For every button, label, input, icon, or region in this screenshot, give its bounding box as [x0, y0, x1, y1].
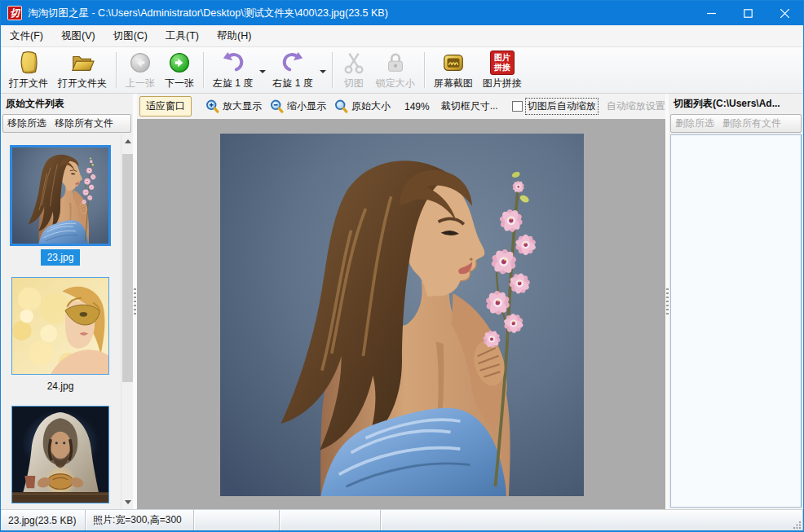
open-folder-button[interactable]: 打开文件夹 [53, 49, 112, 91]
cut-image-button[interactable]: 切图 [337, 49, 371, 91]
open-file-label: 打开文件 [9, 77, 48, 90]
prev-arrow-icon [129, 50, 152, 75]
scroll-down-icon[interactable] [121, 495, 133, 509]
status-photo-info: 照片:宽=300,高=300 [86, 510, 194, 530]
zoom-out-label: 缩小显示 [287, 99, 326, 113]
thumbnail-label: 23.jpg [41, 249, 81, 266]
rotate-right-button[interactable]: 右旋 1 度 [267, 49, 317, 91]
rotate-right-dropdown-icon[interactable] [320, 70, 326, 73]
thumbnail-list: 23.jpg 24.jpg [1, 134, 133, 509]
scroll-up-icon[interactable] [121, 134, 133, 148]
lock-size-button[interactable]: 锁定大小 [371, 49, 420, 91]
window-title: 淘淘切图之星 - C:\Users\Administrator\Desktop\… [28, 7, 693, 20]
minimize-button[interactable] [693, 1, 730, 25]
thumbnail-24jpg[interactable] [11, 277, 109, 375]
next-image-label: 下一张 [165, 77, 194, 90]
source-files-title: 原始文件列表 [1, 94, 133, 114]
list-item[interactable]: 24.jpg [11, 277, 109, 394]
screenshot-button[interactable]: 屏幕截图 [429, 49, 478, 91]
status-cell [194, 510, 280, 530]
zoom-out-button[interactable]: 缩小显示 [267, 99, 329, 113]
next-image-button[interactable]: 下一张 [160, 49, 199, 91]
close-icon [780, 9, 789, 18]
menu-view[interactable]: 视图(V) [52, 25, 104, 46]
toolbar-separator [116, 52, 117, 88]
stitch-button[interactable]: 图片 拼接 图片拼接 [478, 49, 527, 91]
fit-window-button[interactable]: 适应窗口 [139, 96, 192, 117]
zoom-in-icon [205, 99, 219, 113]
auto-scale-label[interactable]: 切图后自动缩放 [526, 99, 598, 114]
resize-grip-icon[interactable] [793, 521, 802, 529]
delete-all-button[interactable]: 删除所有文件 [722, 117, 781, 130]
thumbnail-label: 24.jpg [41, 378, 81, 394]
cut-list[interactable] [670, 134, 802, 508]
lock-icon [383, 50, 408, 75]
crop-size-button[interactable]: 裁切框尺寸... [441, 99, 498, 113]
open-file-button[interactable]: 打开文件 [4, 49, 53, 91]
next-arrow-icon [168, 50, 191, 75]
status-cell [280, 510, 381, 530]
scrollbar-thumb[interactable] [122, 154, 133, 382]
rotate-left-button[interactable]: 左旋 1 度 [208, 49, 258, 91]
rotate-right-label: 右旋 1 度 [272, 77, 312, 90]
prev-image-button[interactable]: 上一张 [121, 49, 160, 91]
menu-tools[interactable]: 工具(T) [157, 25, 208, 46]
thumbnail-25jpg[interactable] [11, 406, 109, 503]
stitch-icon-text2: 拼接 [494, 63, 510, 73]
maximize-button[interactable] [730, 1, 766, 25]
close-button[interactable] [766, 1, 803, 25]
thumbnail-scrollbar[interactable] [121, 134, 133, 509]
menubar: 文件(F) 视图(V) 切图(C) 工具(T) 帮助(H) [1, 25, 803, 47]
screenshot-label: 屏幕截图 [434, 77, 473, 90]
open-folder-label: 打开文件夹 [58, 77, 107, 90]
menu-help[interactable]: 帮助(H) [208, 25, 260, 46]
stitch-label: 图片拼接 [483, 77, 522, 90]
app-logo-icon[interactable]: 切 [7, 6, 22, 20]
list-item[interactable]: 23.jpg [10, 145, 111, 266]
main-image[interactable] [220, 134, 584, 496]
rotate-left-dropdown-icon[interactable] [259, 70, 266, 73]
splitter-handle-icon [134, 288, 136, 314]
zoom-in-button[interactable]: 放大显示 [203, 99, 264, 113]
open-file-icon [16, 50, 41, 75]
cut-list-panel: 切图列表(C:\Users\Ad... 删除所选 删除所有文件 [669, 94, 803, 509]
status-file-info: 23.jpg(23.5 KB) [1, 510, 86, 530]
statusbar: 23.jpg(23.5 KB) 照片:宽=300,高=300 [1, 509, 803, 530]
zoom-in-label: 放大显示 [223, 99, 262, 113]
remove-all-button[interactable]: 移除所有文件 [55, 117, 113, 130]
menu-cut[interactable]: 切图(C) [104, 25, 157, 46]
delete-selected-button[interactable]: 删除所选 [675, 117, 714, 130]
app-window: 切 淘淘切图之星 - C:\Users\Administrator\Deskto… [0, 0, 804, 532]
image-canvas[interactable] [137, 119, 665, 509]
maximize-icon [744, 9, 753, 18]
titlebar[interactable]: 切 淘淘切图之星 - C:\Users\Administrator\Deskto… [1, 1, 803, 25]
source-files-actions: 移除所选 移除所有文件 [2, 114, 131, 133]
original-size-button[interactable]: 原始大小 [332, 99, 393, 113]
scissors-icon [342, 50, 366, 75]
toolbar-separator [332, 52, 333, 88]
auto-scale-option[interactable]: 切图后自动缩放 [510, 99, 600, 114]
zoom-level-value: 149% [404, 101, 430, 112]
original-size-label: 原始大小 [351, 99, 391, 113]
menu-file[interactable]: 文件(F) [1, 25, 52, 46]
status-cell [381, 510, 803, 530]
rotate-left-icon [221, 50, 245, 75]
toolbar-separator [424, 52, 425, 88]
stitch-icon: 图片 拼接 [490, 50, 515, 75]
view-toolbar: 适应窗口 放大显示 [137, 94, 665, 119]
prev-image-label: 上一张 [126, 77, 155, 90]
list-item[interactable] [11, 406, 109, 509]
cut-image-label: 切图 [344, 77, 364, 90]
stitch-icon-text1: 图片 [494, 53, 510, 63]
toolbar-separator [203, 52, 204, 88]
original-size-icon [334, 99, 348, 113]
source-files-panel: 原始文件列表 移除所选 移除所有文件 23.jpg [1, 94, 133, 509]
auto-scale-checkbox[interactable] [512, 101, 523, 112]
main-toolbar: 打开文件 打开文件夹 上一张 [1, 47, 803, 94]
cut-list-actions: 删除所选 删除所有文件 [670, 114, 802, 133]
screenshot-icon [440, 50, 466, 75]
zoom-out-icon [270, 99, 284, 113]
rotate-left-label: 左旋 1 度 [213, 77, 253, 90]
remove-selected-button[interactable]: 移除所选 [7, 117, 46, 130]
thumbnail-23jpg[interactable] [10, 145, 111, 246]
